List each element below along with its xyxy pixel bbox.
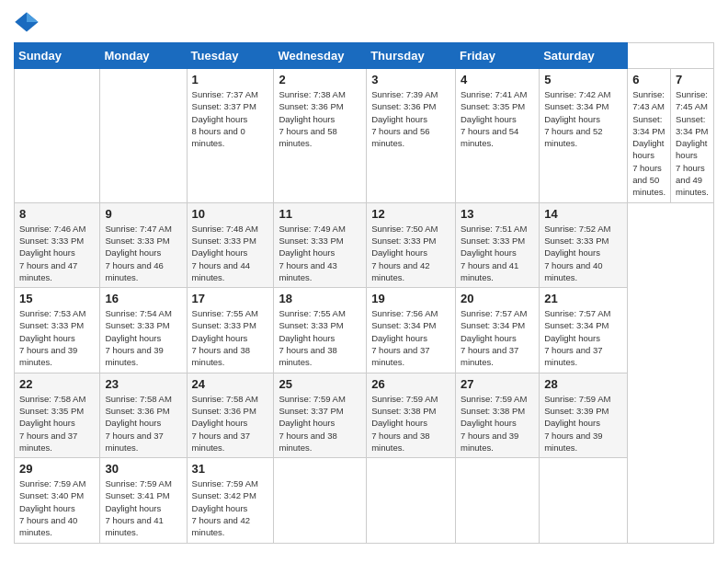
day-info: Sunrise: 7:46 AM Sunset: 3:33 PM Dayligh…: [19, 223, 95, 283]
day-number: 4: [461, 73, 534, 86]
day-header-thursday: Thursday: [367, 43, 456, 69]
calendar-day-cell: 29 Sunrise: 7:59 AM Sunset: 3:40 PM Dayl…: [15, 458, 100, 543]
svg-marker-1: [27, 13, 39, 23]
day-info: Sunrise: 7:41 AM Sunset: 3:35 PM Dayligh…: [461, 88, 534, 149]
day-number: 30: [105, 462, 181, 476]
day-info: Sunrise: 7:59 AM Sunset: 3:40 PM Dayligh…: [19, 477, 95, 538]
day-number: 12: [371, 207, 450, 221]
calendar-day-cell: 27 Sunrise: 7:59 AM Sunset: 3:38 PM Dayl…: [455, 373, 539, 457]
calendar-header-row: SundayMondayTuesdayWednesdayThursdayFrid…: [15, 43, 714, 69]
day-info: Sunrise: 7:45 AM Sunset: 3:34 PM Dayligh…: [676, 88, 709, 199]
calendar-day-cell: [367, 458, 456, 543]
calendar-day-cell: 31 Sunrise: 7:59 AM Sunset: 3:42 PM Dayl…: [187, 458, 274, 543]
calendar-week-row: 29 Sunrise: 7:59 AM Sunset: 3:40 PM Dayl…: [15, 458, 714, 543]
calendar-table: SundayMondayTuesdayWednesdayThursdayFrid…: [14, 42, 714, 544]
day-info: Sunrise: 7:55 AM Sunset: 3:33 PM Dayligh…: [279, 307, 361, 368]
calendar-day-cell: 26 Sunrise: 7:59 AM Sunset: 3:38 PM Dayl…: [367, 373, 456, 457]
day-number: 3: [371, 73, 450, 86]
calendar-day-cell: 20 Sunrise: 7:57 AM Sunset: 3:34 PM Dayl…: [455, 288, 539, 373]
day-info: Sunrise: 7:58 AM Sunset: 3:36 PM Dayligh…: [192, 393, 269, 454]
day-info: Sunrise: 7:53 AM Sunset: 3:33 PM Dayligh…: [19, 307, 95, 368]
calendar-day-cell: 2 Sunrise: 7:38 AM Sunset: 3:36 PM Dayli…: [274, 69, 367, 203]
calendar-day-cell: 30 Sunrise: 7:59 AM Sunset: 3:41 PM Dayl…: [100, 458, 187, 543]
calendar-day-cell: 16 Sunrise: 7:54 AM Sunset: 3:33 PM Dayl…: [100, 288, 187, 373]
day-info: Sunrise: 7:57 AM Sunset: 3:34 PM Dayligh…: [544, 307, 622, 368]
day-number: 31: [192, 462, 269, 476]
day-number: 26: [371, 377, 450, 391]
calendar-day-cell: 6 Sunrise: 7:43 AM Sunset: 3:34 PM Dayli…: [628, 69, 671, 203]
day-info: Sunrise: 7:59 AM Sunset: 3:38 PM Dayligh…: [461, 393, 534, 454]
day-info: Sunrise: 7:55 AM Sunset: 3:33 PM Dayligh…: [192, 307, 269, 368]
calendar-day-cell: 13 Sunrise: 7:51 AM Sunset: 3:33 PM Dayl…: [455, 202, 539, 287]
day-header-sunday: Sunday: [15, 43, 100, 69]
day-number: 8: [19, 207, 95, 221]
calendar-day-cell: [274, 458, 367, 543]
calendar-day-cell: 5 Sunrise: 7:42 AM Sunset: 3:34 PM Dayli…: [540, 69, 628, 203]
calendar-day-cell: 19 Sunrise: 7:56 AM Sunset: 3:34 PM Dayl…: [367, 288, 456, 373]
calendar-day-cell: 28 Sunrise: 7:59 AM Sunset: 3:39 PM Dayl…: [540, 373, 628, 457]
calendar-day-cell: 12 Sunrise: 7:50 AM Sunset: 3:33 PM Dayl…: [367, 202, 456, 287]
day-number: 19: [371, 292, 450, 305]
calendar-day-cell: 11 Sunrise: 7:49 AM Sunset: 3:33 PM Dayl…: [274, 202, 367, 287]
day-info: Sunrise: 7:58 AM Sunset: 3:36 PM Dayligh…: [105, 393, 181, 454]
day-header-saturday: Saturday: [540, 43, 628, 69]
day-number: 5: [544, 73, 622, 86]
logo: [14, 9, 42, 35]
day-number: 27: [461, 377, 534, 391]
day-number: 23: [105, 377, 181, 391]
day-number: 17: [192, 292, 269, 305]
day-info: Sunrise: 7:59 AM Sunset: 3:41 PM Dayligh…: [105, 477, 181, 538]
day-number: 10: [192, 207, 269, 221]
day-number: 15: [19, 292, 95, 305]
calendar-week-row: 22 Sunrise: 7:58 AM Sunset: 3:35 PM Dayl…: [15, 373, 714, 457]
day-number: 20: [461, 292, 534, 305]
day-number: 21: [544, 292, 622, 305]
day-info: Sunrise: 7:58 AM Sunset: 3:35 PM Dayligh…: [19, 393, 95, 454]
empty-cell: [15, 69, 100, 203]
day-info: Sunrise: 7:56 AM Sunset: 3:34 PM Dayligh…: [371, 307, 450, 368]
day-info: Sunrise: 7:50 AM Sunset: 3:33 PM Dayligh…: [371, 223, 450, 283]
svg-marker-2: [15, 13, 27, 23]
day-info: Sunrise: 7:37 AM Sunset: 3:37 PM Dayligh…: [192, 88, 269, 149]
calendar-week-row: 1 Sunrise: 7:37 AM Sunset: 3:37 PM Dayli…: [15, 69, 714, 203]
day-header-tuesday: Tuesday: [187, 43, 274, 69]
day-info: Sunrise: 7:59 AM Sunset: 3:38 PM Dayligh…: [371, 393, 450, 454]
calendar-day-cell: 1 Sunrise: 7:37 AM Sunset: 3:37 PM Dayli…: [187, 69, 274, 203]
calendar-day-cell: 22 Sunrise: 7:58 AM Sunset: 3:35 PM Dayl…: [15, 373, 100, 457]
day-number: 29: [19, 462, 95, 476]
calendar-day-cell: 23 Sunrise: 7:58 AM Sunset: 3:36 PM Dayl…: [100, 373, 187, 457]
day-number: 18: [279, 292, 361, 305]
day-number: 13: [461, 207, 534, 221]
calendar-day-cell: 21 Sunrise: 7:57 AM Sunset: 3:34 PM Dayl…: [540, 288, 628, 373]
day-info: Sunrise: 7:48 AM Sunset: 3:33 PM Dayligh…: [192, 223, 269, 283]
day-header-friday: Friday: [455, 43, 539, 69]
day-number: 9: [105, 207, 181, 221]
day-number: 28: [544, 377, 622, 391]
day-number: 7: [676, 73, 709, 86]
day-info: Sunrise: 7:49 AM Sunset: 3:33 PM Dayligh…: [279, 223, 361, 283]
day-number: 11: [279, 207, 361, 221]
day-info: Sunrise: 7:59 AM Sunset: 3:39 PM Dayligh…: [544, 393, 622, 454]
day-info: Sunrise: 7:52 AM Sunset: 3:33 PM Dayligh…: [544, 223, 622, 283]
calendar-day-cell: 17 Sunrise: 7:55 AM Sunset: 3:33 PM Dayl…: [187, 288, 274, 373]
day-info: Sunrise: 7:47 AM Sunset: 3:33 PM Dayligh…: [105, 223, 181, 283]
calendar-day-cell: 15 Sunrise: 7:53 AM Sunset: 3:33 PM Dayl…: [15, 288, 100, 373]
calendar-day-cell: 7 Sunrise: 7:45 AM Sunset: 3:34 PM Dayli…: [671, 69, 714, 203]
calendar-day-cell: 24 Sunrise: 7:58 AM Sunset: 3:36 PM Dayl…: [187, 373, 274, 457]
day-info: Sunrise: 7:38 AM Sunset: 3:36 PM Dayligh…: [279, 88, 361, 149]
calendar-day-cell: 25 Sunrise: 7:59 AM Sunset: 3:37 PM Dayl…: [274, 373, 367, 457]
page-header: [14, 9, 714, 35]
day-header-wednesday: Wednesday: [274, 43, 367, 69]
day-info: Sunrise: 7:59 AM Sunset: 3:42 PM Dayligh…: [192, 477, 269, 538]
day-info: Sunrise: 7:42 AM Sunset: 3:34 PM Dayligh…: [544, 88, 622, 149]
logo-icon: [14, 9, 40, 35]
day-info: Sunrise: 7:39 AM Sunset: 3:36 PM Dayligh…: [371, 88, 450, 149]
empty-cell: [100, 69, 187, 203]
day-number: 1: [192, 73, 269, 86]
calendar-day-cell: 18 Sunrise: 7:55 AM Sunset: 3:33 PM Dayl…: [274, 288, 367, 373]
day-number: 6: [632, 73, 665, 86]
calendar-week-row: 8 Sunrise: 7:46 AM Sunset: 3:33 PM Dayli…: [15, 202, 714, 287]
calendar-week-row: 15 Sunrise: 7:53 AM Sunset: 3:33 PM Dayl…: [15, 288, 714, 373]
calendar-day-cell: [455, 458, 539, 543]
day-info: Sunrise: 7:54 AM Sunset: 3:33 PM Dayligh…: [105, 307, 181, 368]
